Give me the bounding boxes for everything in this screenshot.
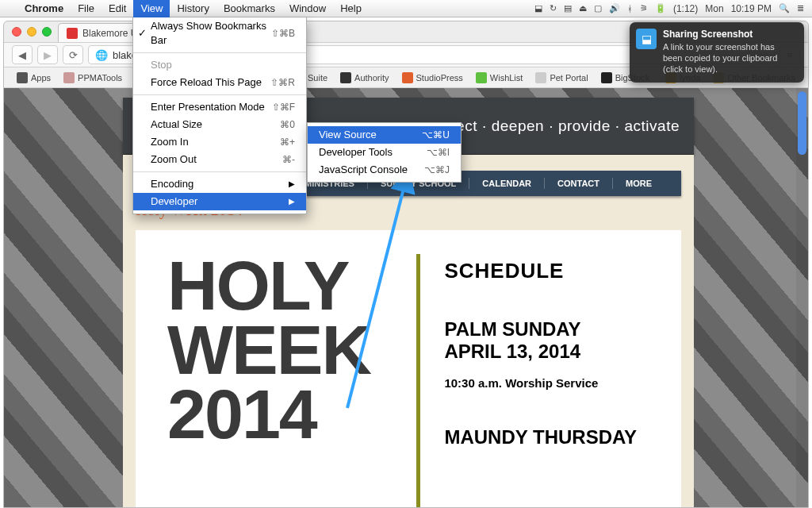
submenu-js-console[interactable]: JavaScript Console⌥⌘J (308, 161, 461, 179)
wifi-icon[interactable]: ⚞ (640, 3, 648, 13)
menu-bookmarks[interactable]: Bookmarks (216, 0, 282, 17)
hero-left: HOLY WEEK 2014 (167, 254, 393, 507)
developer-submenu: View Source⌥⌘U Developer Tools⌥⌘I JavaSc… (307, 122, 462, 183)
nav-more[interactable]: MORE (613, 178, 665, 189)
bookmark-suite[interactable]: Suite (303, 71, 332, 84)
chevron-right-icon: ▶ (289, 177, 295, 191)
menubar-status-area: ⬓ ↻ ▤ ⏏ ▢ 🔊 ᚼ ⚞ 🔋 (1:12) Mon 10:19 PM 🔍 … (534, 3, 812, 14)
bluetooth-icon[interactable]: ᚼ (627, 4, 633, 13)
scrollbar-thumb[interactable] (798, 91, 806, 155)
battery-time: (1:12) (673, 3, 698, 14)
view-menu-dropdown: Always Show Bookmarks Bar⇧⌘B Stop Force … (132, 17, 307, 214)
mac-menubar: Chrome File Edit View History Bookmarks … (0, 0, 812, 17)
event-1-detail: 10:30 a.m. Worship Service (444, 376, 649, 390)
event-1: PALM SUNDAYAPRIL 13, 2014 (444, 318, 649, 362)
menu-help[interactable]: Help (333, 0, 369, 17)
menu-history[interactable]: History (170, 0, 216, 17)
menu-zoom-out[interactable]: Zoom Out⌘- (133, 151, 306, 168)
dropbox-icon[interactable]: ⬓ (534, 3, 542, 13)
dropbox-notification[interactable]: ⬓ Sharing Screenshot A link to your scre… (630, 22, 804, 83)
clock-time[interactable]: 10:19 PM (731, 3, 772, 14)
clock-day[interactable]: Mon (705, 3, 723, 14)
nav-contact[interactable]: CONTACT (545, 178, 613, 189)
divider (416, 254, 420, 507)
menu-zoom-in[interactable]: Zoom In⌘+ (133, 133, 306, 151)
bookmark-apps[interactable]: Apps (12, 71, 56, 85)
toast-body: A link to your screenshot has been copie… (663, 41, 796, 75)
menu-file[interactable]: File (71, 0, 102, 17)
menu-view[interactable]: View (133, 0, 170, 17)
app-name[interactable]: Chrome (17, 2, 71, 14)
menu-actual-size[interactable]: Actual Size⌘0 (133, 116, 306, 133)
spotlight-icon[interactable]: 🔍 (779, 3, 790, 13)
bookmark-authority[interactable]: Authority (335, 71, 393, 85)
hero-line1: HOLY (167, 254, 393, 318)
schedule-col: SCHEDULE PALM SUNDAYAPRIL 13, 2014 10:30… (444, 254, 649, 507)
bookmark-wishlist[interactable]: WishList (471, 71, 528, 85)
nav-calendar[interactable]: CALENDAR (469, 178, 545, 189)
chevron-right-icon: ▶ (289, 194, 295, 209)
notifications-icon[interactable]: ≣ (797, 3, 804, 13)
schedule-heading: SCHEDULE (444, 259, 649, 283)
chrome-window: Blakemore United ◀ ▶ ⟳ 🌐 blakemoreu ☆ ≡ … (3, 21, 809, 508)
menu-separator (133, 94, 306, 95)
globe-icon: 🌐 (95, 49, 108, 61)
hero-line2: WEEK (167, 318, 393, 383)
eject-icon[interactable]: ⏏ (579, 3, 587, 13)
dropbox-app-icon: ⬓ (636, 29, 657, 49)
menu-developer[interactable]: Developer▶ (133, 193, 306, 210)
event-2: MAUNDY THURSDAY (444, 426, 649, 448)
bookmark-studiopress[interactable]: StudioPress (397, 71, 468, 85)
menu-stop: Stop (133, 56, 306, 74)
battery-icon[interactable]: 🔋 (655, 3, 666, 13)
menu-separator (133, 171, 306, 172)
hero-line3: 2014 (167, 383, 393, 447)
menu-window[interactable]: Window (282, 0, 333, 17)
display-icon[interactable]: ▢ (594, 3, 602, 13)
menu-separator (133, 52, 306, 53)
menu-presentation[interactable]: Enter Presentation Mode⇧⌘F (133, 98, 306, 116)
back-button[interactable]: ◀ (12, 45, 33, 64)
scrollbar-track[interactable] (796, 88, 808, 507)
menu-encoding[interactable]: Encoding▶ (133, 175, 306, 193)
reload-button[interactable]: ⟳ (63, 45, 83, 64)
content-card: HOLY WEEK 2014 SCHEDULE PALM SUNDAYAPRIL… (136, 230, 681, 507)
bookmark-ppmatools[interactable]: PPMATools (59, 71, 127, 85)
bookmark-petportal[interactable]: Pet Portal (530, 71, 592, 85)
window-controls (12, 27, 52, 37)
zoom-button[interactable] (42, 27, 52, 37)
submenu-view-source[interactable]: View Source⌥⌘U (308, 126, 461, 144)
toast-title: Sharing Screenshot (663, 29, 796, 40)
menu-edit[interactable]: Edit (102, 0, 133, 17)
submenu-dev-tools[interactable]: Developer Tools⌥⌘I (308, 144, 461, 161)
volume-icon[interactable]: 🔊 (609, 3, 620, 13)
forward-button[interactable]: ▶ (37, 45, 58, 64)
close-button[interactable] (12, 27, 21, 37)
sync-icon[interactable]: ↻ (550, 3, 557, 13)
minimize-button[interactable] (27, 27, 36, 37)
status-icon[interactable]: ▤ (564, 3, 572, 13)
favicon (67, 28, 78, 39)
menu-force-reload[interactable]: Force Reload This Page⇧⌘R (133, 74, 306, 91)
menu-always-show-bookmarks[interactable]: Always Show Bookmarks Bar⇧⌘B (133, 17, 306, 49)
